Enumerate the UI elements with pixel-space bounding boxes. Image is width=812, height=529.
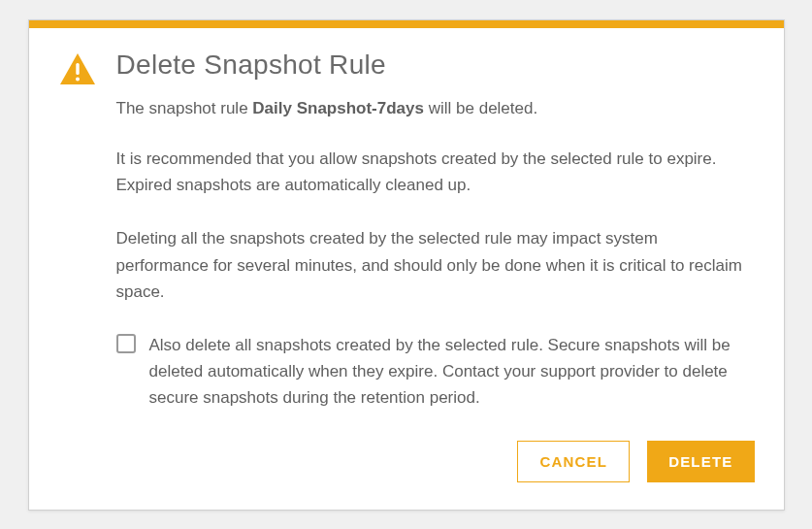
dialog-accent-bar [29, 20, 784, 28]
delete-message: The snapshot rule Daily Snapshot-7days w… [116, 96, 755, 121]
dialog-title: Delete Snapshot Rule [116, 50, 755, 81]
dialog-body: Delete Snapshot Rule The snapshot rule D… [29, 28, 784, 510]
recommendation-text: It is recommended that you allow snapsho… [116, 146, 755, 198]
also-delete-checkbox-label: Also delete all snapshots created by the… [149, 332, 755, 412]
delete-message-suffix: will be deleted. [424, 99, 537, 117]
delete-message-prefix: The snapshot rule [116, 99, 253, 117]
performance-warning-text: Deleting all the snapshots created by th… [116, 225, 755, 305]
rule-name: Daily Snapshot-7days [252, 99, 424, 117]
delete-snapshot-rule-dialog: Delete Snapshot Rule The snapshot rule D… [28, 19, 785, 511]
also-delete-checkbox-row: Also delete all snapshots created by the… [116, 332, 755, 412]
dialog-header-row: Delete Snapshot Rule The snapshot rule D… [58, 50, 755, 482]
also-delete-checkbox[interactable] [116, 334, 136, 353]
delete-button[interactable]: DELETE [647, 441, 754, 482]
dialog-content: Delete Snapshot Rule The snapshot rule D… [116, 50, 755, 482]
dialog-button-row: CANCEL DELETE [116, 441, 755, 482]
svg-rect-0 [76, 63, 79, 75]
cancel-button[interactable]: CANCEL [517, 441, 630, 482]
warning-icon [58, 51, 97, 86]
svg-point-1 [76, 77, 80, 81]
